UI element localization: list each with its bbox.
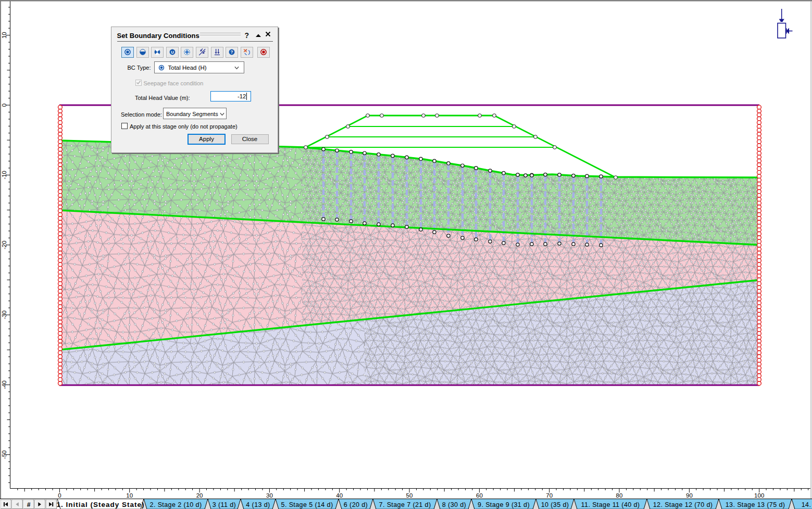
svg-text:-20: -20 (1, 240, 7, 249)
svg-text:-40: -40 (1, 380, 7, 389)
svg-text:2. Stage 2 (10 d): 2. Stage 2 (10 d) (150, 501, 202, 508)
svg-text:?: ? (231, 50, 233, 55)
svg-text:0: 0 (58, 492, 61, 499)
svg-text:100: 100 (754, 492, 764, 499)
svg-text:50: 50 (406, 492, 413, 499)
svg-text:13. Stage 13 (75 d): 13. Stage 13 (75 d) (726, 501, 785, 508)
svg-text:60: 60 (476, 492, 483, 499)
svg-text:7. Stage 7 (21 d): 7. Stage 7 (21 d) (379, 501, 431, 508)
svg-text:1. Initial (Steady State): 1. Initial (Steady State) (56, 501, 144, 508)
svg-text:5. Stage 5 (14 d): 5. Stage 5 (14 d) (281, 501, 333, 508)
svg-text:-30: -30 (1, 311, 7, 320)
svg-text:10 (35 d): 10 (35 d) (541, 501, 569, 508)
svg-text:20: 20 (196, 492, 203, 499)
svg-text:3 (11 d): 3 (11 d) (213, 501, 236, 508)
svg-text:90: 90 (686, 492, 693, 499)
svg-text:#: # (27, 501, 31, 508)
svg-text:14. Stage 14 (80 d): 14. Stage 14 (80 d) (802, 501, 812, 508)
svg-text:70: 70 (546, 492, 553, 499)
svg-text:4 (13 d): 4 (13 d) (246, 501, 270, 508)
svg-text:10: 10 (1, 32, 7, 39)
svg-text:8 (30 d): 8 (30 d) (442, 501, 466, 508)
svg-text:-10: -10 (1, 171, 7, 180)
svg-text:80: 80 (616, 492, 623, 499)
svg-text:0: 0 (1, 104, 7, 107)
svg-text:30: 30 (266, 492, 273, 499)
svg-text:U: U (171, 50, 174, 55)
svg-text:-50: -50 (1, 450, 7, 459)
svg-text:12. Stage 12 (70 d): 12. Stage 12 (70 d) (653, 501, 713, 508)
svg-text:40: 40 (336, 492, 343, 499)
svg-text:10: 10 (126, 492, 133, 499)
svg-text:6 (20 d): 6 (20 d) (344, 501, 368, 508)
svg-text:11. Stage 11 (40 d): 11. Stage 11 (40 d) (581, 501, 640, 508)
svg-text:9. Stage 9 (31 d): 9. Stage 9 (31 d) (478, 501, 530, 508)
